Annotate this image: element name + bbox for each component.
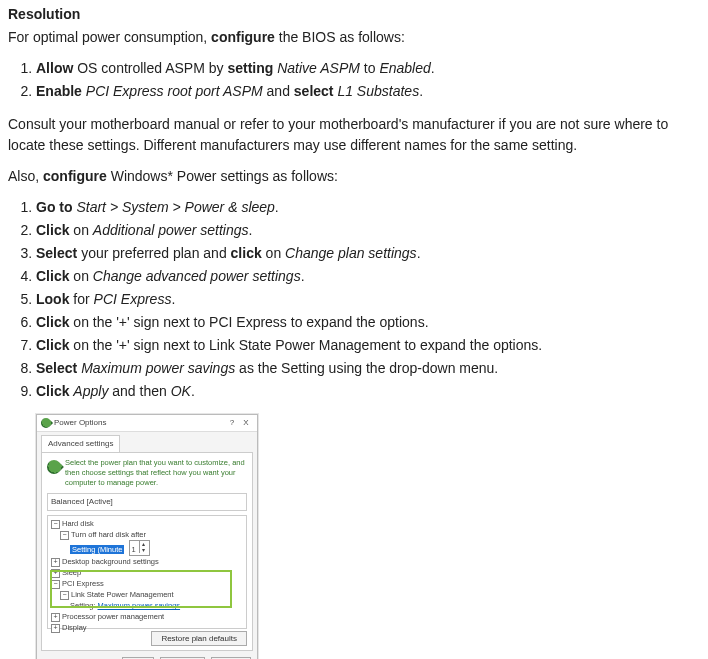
dialog-title: Power Options — [54, 417, 106, 429]
dialog-description: Select the power plan that you want to c… — [47, 458, 247, 487]
text: . — [301, 268, 305, 284]
tree-item-setting-minutes[interactable]: Setting (Minute 1▴▾ — [50, 540, 244, 556]
tree-label: Sleep — [62, 568, 81, 577]
text: on — [262, 245, 285, 261]
text-italic: Maximum power savings — [81, 360, 235, 376]
text-bold: Click — [36, 222, 69, 238]
tree-item-turn-off-hdd[interactable]: −Turn off hard disk after — [50, 529, 244, 540]
text: on — [69, 268, 92, 284]
minutes-spinner[interactable]: 1▴▾ — [129, 540, 150, 556]
setting-value-link[interactable]: Maximum power savings — [98, 601, 181, 610]
text-italic: Enabled — [379, 60, 430, 76]
collapse-icon[interactable]: − — [51, 580, 60, 589]
text-italic: PCI Express — [94, 291, 172, 307]
text: on — [69, 222, 92, 238]
tree-item-display[interactable]: +Display — [50, 622, 244, 633]
text: . — [171, 291, 175, 307]
text-bold: Select — [36, 245, 77, 261]
list-item: Allow OS controlled ASPM by setting Nati… — [36, 58, 700, 79]
tree-item-sleep[interactable]: +Sleep — [50, 567, 244, 578]
expand-icon[interactable]: + — [51, 558, 60, 567]
text-italic: Start > System > Power & sleep — [76, 199, 274, 215]
list-item: Click on Change advanced power settings. — [36, 266, 700, 287]
text-bold: Click — [36, 314, 69, 330]
collapse-icon[interactable]: − — [60, 591, 69, 600]
text: as the Setting using the drop-down menu. — [235, 360, 498, 376]
settings-tree[interactable]: −Hard disk −Turn off hard disk after Set… — [47, 515, 247, 629]
tree-item-processor-power[interactable]: +Processor power management — [50, 611, 244, 622]
tree-label: Hard disk — [62, 519, 94, 528]
list-item: Go to Start > System > Power & sleep. — [36, 197, 700, 218]
list-item: Enable PCI Express root port ASPM and se… — [36, 81, 700, 102]
text-bold: Look — [36, 291, 69, 307]
text: . — [431, 60, 435, 76]
text-bold: Allow — [36, 60, 73, 76]
text-bold: Click — [36, 268, 69, 284]
text-bold: select — [294, 83, 334, 99]
text-italic: L1 Substates — [337, 83, 419, 99]
text-bold: Go to — [36, 199, 73, 215]
list-item: Select Maximum power savings as the Sett… — [36, 358, 700, 379]
leaf-icon — [44, 457, 64, 477]
expand-icon[interactable]: + — [51, 569, 60, 578]
help-button[interactable]: ? — [225, 417, 239, 429]
text-italic: OK — [171, 383, 191, 399]
also-paragraph: Also, configure Windows* Power settings … — [8, 166, 700, 187]
consult-paragraph: Consult your motherboard manual or refer… — [8, 114, 700, 156]
dialog-description-text: Select the power plan that you want to c… — [65, 458, 247, 487]
text: OS controlled ASPM by — [73, 60, 227, 76]
power-icon — [39, 416, 53, 430]
power-options-dialog: Power Options ? X Advanced settings Sele… — [36, 414, 258, 659]
text: . — [419, 83, 423, 99]
text-bold: Click — [36, 383, 69, 399]
text: and then — [108, 383, 170, 399]
text-italic: PCI Express root port ASPM — [86, 83, 263, 99]
list-item: Click on Additional power settings. — [36, 220, 700, 241]
list-item: Look for PCI Express. — [36, 289, 700, 310]
text: . — [248, 222, 252, 238]
collapse-icon[interactable]: − — [60, 531, 69, 540]
text: For optimal power consumption, — [8, 29, 211, 45]
list-item: Click Apply and then OK. — [36, 381, 700, 402]
expand-icon[interactable]: + — [51, 613, 60, 622]
restore-defaults-button[interactable]: Restore plan defaults — [151, 631, 247, 646]
text-italic: Native ASPM — [277, 60, 360, 76]
tree-item-link-state[interactable]: −Link State Power Management — [50, 589, 244, 600]
text-bold: click — [231, 245, 262, 261]
text-italic: Apply — [73, 383, 108, 399]
list-item: Select your preferred plan and click on … — [36, 243, 700, 264]
tree-label: Display — [62, 623, 87, 632]
text: on the '+' sign next to PCI Express to e… — [69, 314, 428, 330]
tree-label: Desktop background settings — [62, 557, 159, 566]
tree-item-pci-express[interactable]: −PCI Express — [50, 578, 244, 589]
text-bold: Select — [36, 360, 77, 376]
close-button[interactable]: X — [239, 417, 253, 429]
tab-advanced-settings[interactable]: Advanced settings — [41, 435, 120, 452]
dialog-titlebar: Power Options ? X — [37, 415, 257, 432]
text: Also, — [8, 168, 43, 184]
section-heading: Resolution — [8, 4, 700, 25]
tree-label: Processor power management — [62, 612, 164, 621]
power-plan-select[interactable]: Balanced [Active] — [47, 493, 247, 511]
tree-item-hard-disk[interactable]: −Hard disk — [50, 518, 244, 529]
text-bold: configure — [43, 168, 107, 184]
tree-item-link-state-setting[interactable]: Setting: Maximum power savings — [50, 600, 244, 611]
list-item: Click on the '+' sign next to PCI Expres… — [36, 312, 700, 333]
spinner-arrows-icon[interactable]: ▴▾ — [139, 541, 147, 553]
text: the BIOS as follows: — [275, 29, 405, 45]
dialog-body: Select the power plan that you want to c… — [41, 452, 253, 651]
text: Windows* Power settings as follows: — [107, 168, 338, 184]
text-bold: Click — [36, 337, 69, 353]
spinner-value: 1 — [132, 545, 136, 554]
collapse-icon[interactable]: − — [51, 520, 60, 529]
text: . — [417, 245, 421, 261]
tree-label: Turn off hard disk after — [71, 530, 146, 539]
text-italic: Change advanced power settings — [93, 268, 301, 284]
text-italic: Change plan settings — [285, 245, 417, 261]
dialog-buttons: OK Cancel Apply — [37, 655, 257, 659]
tree-label: PCI Express — [62, 579, 104, 588]
tree-item-desktop-background[interactable]: +Desktop background settings — [50, 556, 244, 567]
text-bold: configure — [211, 29, 275, 45]
expand-icon[interactable]: + — [51, 624, 60, 633]
text: and — [263, 83, 294, 99]
